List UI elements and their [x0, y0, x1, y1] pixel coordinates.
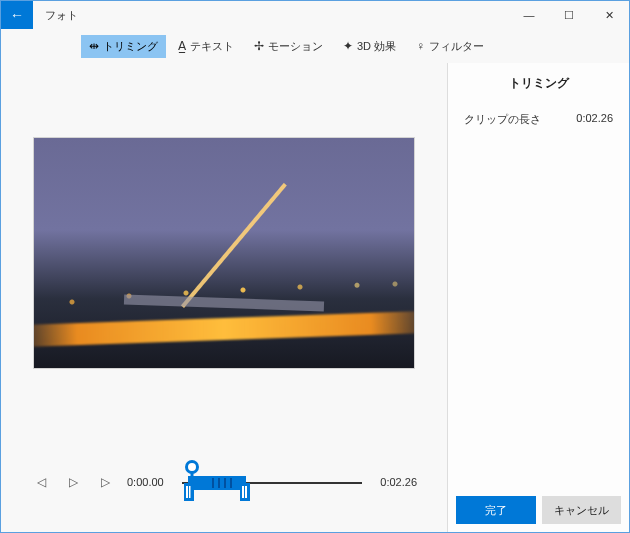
tool-text-label: テキスト	[190, 39, 234, 54]
close-button[interactable]: ✕	[589, 1, 629, 29]
step-back-icon: ◁	[37, 475, 46, 489]
back-button[interactable]: ←	[1, 1, 33, 29]
titlebar: ← フォト ― ☐ ✕	[1, 1, 629, 29]
panel-heading: トリミング	[448, 63, 629, 108]
play-button[interactable]: ▷	[63, 475, 83, 489]
minimize-button[interactable]: ―	[509, 1, 549, 29]
app-title: フォト	[33, 1, 90, 29]
tool-motion[interactable]: ✢ モーション	[246, 35, 331, 58]
maximize-icon: ☐	[564, 9, 574, 22]
video-preview[interactable]	[34, 138, 414, 368]
maximize-button[interactable]: ☐	[549, 1, 589, 29]
playhead[interactable]	[185, 460, 199, 474]
step-forward-icon: ▷	[101, 475, 110, 489]
effects-3d-icon: ✦	[343, 39, 353, 53]
tool-filter-label: フィルター	[429, 39, 484, 54]
start-time: 0:00.00	[127, 476, 164, 488]
end-time: 0:02.26	[380, 476, 417, 488]
tool-trim[interactable]: ⇹ トリミング	[81, 35, 166, 58]
motion-icon: ✢	[254, 39, 264, 53]
done-button[interactable]: 完了	[456, 496, 536, 524]
app-window: ← フォト ― ☐ ✕ ⇹ トリミング A̲ テキスト ✢ モーション ✦ 3D…	[0, 0, 630, 533]
trim-icon: ⇹	[89, 39, 99, 53]
next-frame-button[interactable]: ▷	[95, 475, 115, 489]
tool-3d-effects[interactable]: ✦ 3D 効果	[335, 35, 404, 58]
toolbar: ⇹ トリミング A̲ テキスト ✢ モーション ✦ 3D 効果 ♀ フィルター	[1, 29, 629, 63]
clip-length-row: クリップの長さ 0:02.26	[448, 108, 629, 131]
main-area: ◁ ▷ ▷ 0:00.00 0:02.26	[1, 63, 447, 532]
trim-ticks	[212, 478, 242, 488]
body: ◁ ▷ ▷ 0:00.00 0:02.26 ト	[1, 63, 629, 532]
clip-length-value: 0:02.26	[576, 112, 613, 127]
tool-filter[interactable]: ♀ フィルター	[408, 35, 492, 58]
preview-area	[1, 63, 447, 442]
playhead-stem	[190, 472, 193, 500]
trim-timeline[interactable]	[182, 462, 363, 502]
tool-motion-label: モーション	[268, 39, 323, 54]
tool-trim-label: トリミング	[103, 39, 158, 54]
filter-icon: ♀	[416, 39, 425, 53]
text-icon: A̲	[178, 39, 186, 53]
player-controls: ◁ ▷ ▷ 0:00.00 0:02.26	[1, 442, 447, 532]
arrow-left-icon: ←	[10, 7, 24, 23]
clip-length-label: クリップの長さ	[464, 112, 541, 127]
cancel-button[interactable]: キャンセル	[542, 496, 622, 524]
trim-handle-end[interactable]	[240, 483, 250, 501]
minimize-icon: ―	[524, 9, 535, 21]
close-icon: ✕	[605, 9, 614, 22]
tool-3d-label: 3D 効果	[357, 39, 396, 54]
prev-frame-button[interactable]: ◁	[31, 475, 51, 489]
panel-actions: 完了 キャンセル	[448, 488, 629, 532]
play-icon: ▷	[69, 475, 78, 489]
side-panel: トリミング クリップの長さ 0:02.26 完了 キャンセル	[447, 63, 629, 532]
preview-decoration	[34, 260, 414, 320]
tool-text[interactable]: A̲ テキスト	[170, 35, 242, 58]
